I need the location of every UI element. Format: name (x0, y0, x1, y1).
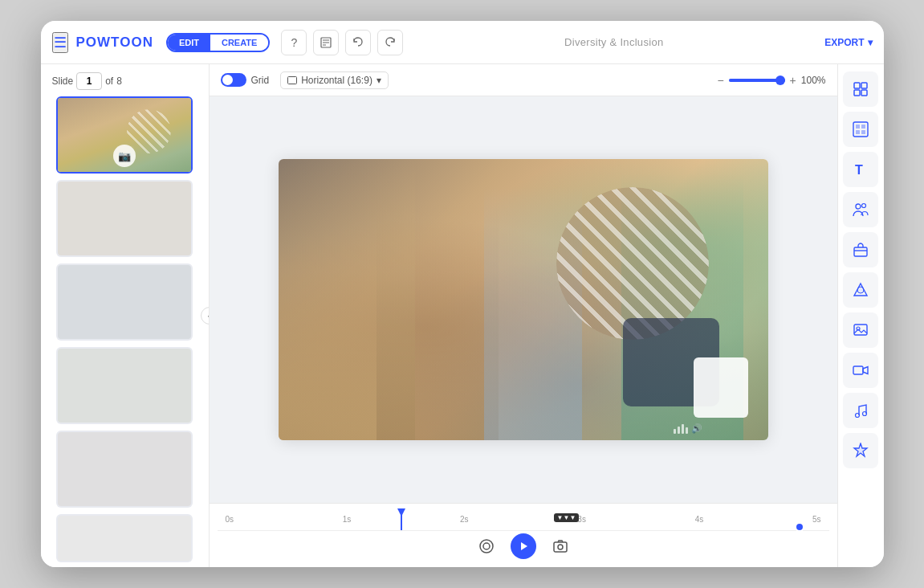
volume-indicator: 🔊 (674, 423, 702, 434)
video-button[interactable] (843, 353, 878, 388)
main-canvas-area: Grid Horizontal (16:9) ▾ − + 100% (210, 64, 837, 567)
volume-icon: 🔊 (691, 423, 702, 434)
timeline-mark-1s: 1s (343, 515, 352, 524)
svg-rect-11 (854, 83, 860, 88)
keyframe-marker (795, 522, 804, 532)
svg-point-21 (856, 204, 861, 209)
timeline-mark-5s: 5s (812, 515, 821, 524)
background-button[interactable] (843, 112, 878, 147)
help-button[interactable]: ? (281, 30, 307, 55)
right-panel: T (837, 64, 884, 567)
slide-counter: Slide of 8 (41, 72, 122, 90)
slide-thumb-3[interactable] (56, 263, 193, 341)
header: ☰ POWTOON EDIT CREATE ? Diversity & Incl… (41, 21, 884, 64)
svg-point-26 (857, 287, 864, 293)
zoom-control: − + 100% (717, 74, 825, 87)
hamburger-icon[interactable]: ☰ (52, 32, 68, 53)
decorative-circle (556, 187, 709, 340)
zoom-minus-button[interactable]: − (717, 74, 723, 87)
zoom-level: 100% (801, 75, 826, 86)
body: Slide of 8 📷 (41, 64, 884, 567)
svg-point-5 (480, 540, 493, 553)
svg-rect-4 (288, 76, 297, 84)
header-left: ☰ POWTOON EDIT CREATE (52, 32, 271, 53)
slide-label: Slide (52, 76, 74, 87)
svg-rect-23 (854, 247, 867, 256)
presentation-title: Diversity & Inclusion (411, 36, 816, 48)
text-button[interactable]: T (843, 152, 878, 187)
app-shell: ☰ POWTOON EDIT CREATE ? Diversity & Incl… (41, 21, 884, 567)
grid-label: Grid (251, 75, 270, 86)
app-logo: POWTOON (76, 35, 153, 51)
header-actions: ? (281, 30, 403, 55)
edit-button[interactable]: EDIT (168, 35, 210, 51)
characters-button[interactable] (843, 192, 878, 227)
svg-point-22 (862, 204, 866, 208)
timeline-controls (218, 531, 829, 561)
svg-rect-17 (861, 125, 865, 129)
timeline: 0s 1s 2s 3s 4s 5s ▼▼▼ (210, 503, 837, 567)
of-label: of (105, 76, 113, 87)
svg-rect-16 (856, 125, 860, 129)
export-button[interactable]: EXPORT ▾ (824, 37, 872, 48)
slide-number-input[interactable] (76, 72, 102, 90)
grid-switch[interactable] (221, 73, 246, 87)
svg-rect-27 (854, 325, 867, 335)
capture-button[interactable] (547, 533, 573, 559)
slide-canvas[interactable]: 🔊 (279, 159, 768, 440)
timeline-ruler: 0s 1s 2s 3s 4s 5s ▼▼▼ (218, 508, 829, 531)
play-button[interactable] (511, 533, 536, 559)
timeline-playhead[interactable] (401, 508, 402, 530)
total-slides: 8 (116, 76, 122, 87)
scene-button[interactable] (474, 533, 499, 559)
canvas-toolbar: Grid Horizontal (16:9) ▾ − + 100% (210, 64, 837, 96)
shapes-button[interactable] (843, 272, 878, 308)
svg-point-6 (483, 543, 490, 549)
svg-rect-29 (853, 366, 863, 374)
grid-toggle: Grid (221, 73, 270, 87)
slide-thumb-1[interactable]: 📷 (56, 96, 193, 174)
svg-marker-32 (854, 443, 867, 456)
slide-thumb-6[interactable] (56, 514, 193, 562)
props-button[interactable] (843, 232, 878, 267)
layout-button[interactable] (843, 71, 878, 107)
more-button[interactable] (843, 433, 878, 468)
slide-thumb-5[interactable] (56, 431, 193, 508)
white-card-element (694, 357, 748, 418)
slide-thumb-4[interactable] (56, 347, 193, 424)
media-button[interactable] (843, 312, 878, 348)
redo-button[interactable] (377, 30, 403, 55)
zoom-plus-button[interactable]: + (790, 74, 796, 87)
music-button[interactable] (843, 393, 878, 428)
sidebar-collapse-button[interactable]: ‹ (201, 307, 210, 325)
orientation-dropdown-icon: ▾ (377, 75, 381, 86)
slide-thumb-2[interactable] (56, 180, 193, 257)
timeline-caret-indicator: ▼▼▼ (554, 513, 580, 522)
timeline-mark-2s: 2s (460, 515, 469, 524)
zoom-slider[interactable] (729, 79, 785, 82)
svg-text:T: T (855, 163, 863, 177)
canvas-wrapper: 🔊 (210, 96, 837, 503)
svg-rect-9 (554, 542, 567, 552)
svg-rect-19 (861, 130, 865, 134)
orientation-label: Horizontal (16:9) (301, 75, 372, 86)
svg-point-10 (558, 545, 563, 549)
timeline-mark-4s: 4s (695, 515, 704, 524)
notes-button[interactable] (313, 30, 339, 55)
edit-create-toggle: EDIT CREATE (166, 33, 270, 52)
orientation-selector[interactable]: Horizontal (16:9) ▾ (280, 71, 389, 89)
svg-rect-13 (854, 90, 860, 96)
timeline-marks: 0s 1s 2s 3s 4s 5s (221, 515, 826, 524)
svg-rect-14 (861, 90, 867, 96)
svg-rect-15 (853, 122, 868, 137)
slide-panel: Slide of 8 📷 (41, 64, 210, 567)
svg-rect-12 (861, 83, 867, 88)
create-button[interactable]: CREATE (210, 35, 268, 51)
svg-rect-18 (856, 130, 860, 134)
undo-button[interactable] (345, 30, 371, 55)
timeline-mark-0s: 0s (226, 515, 234, 524)
slide-thumb-camera-icon: 📷 (113, 145, 136, 167)
